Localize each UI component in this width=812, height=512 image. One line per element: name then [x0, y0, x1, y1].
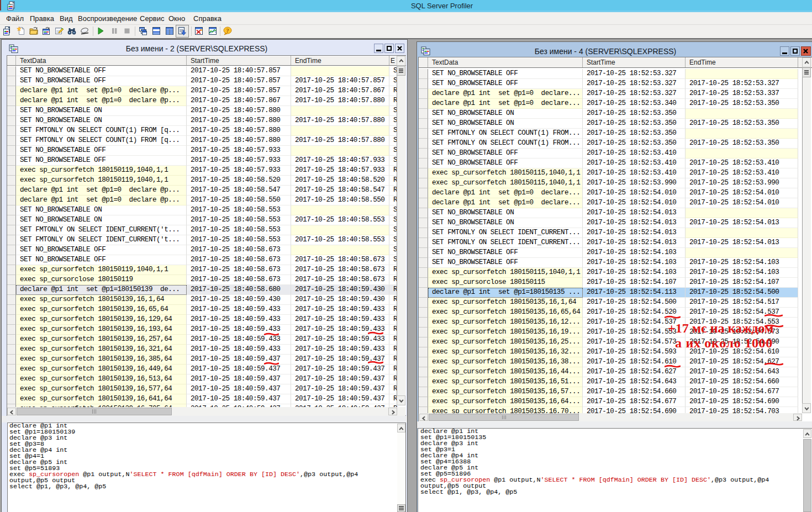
svg-text:?: ? — [226, 27, 229, 34]
